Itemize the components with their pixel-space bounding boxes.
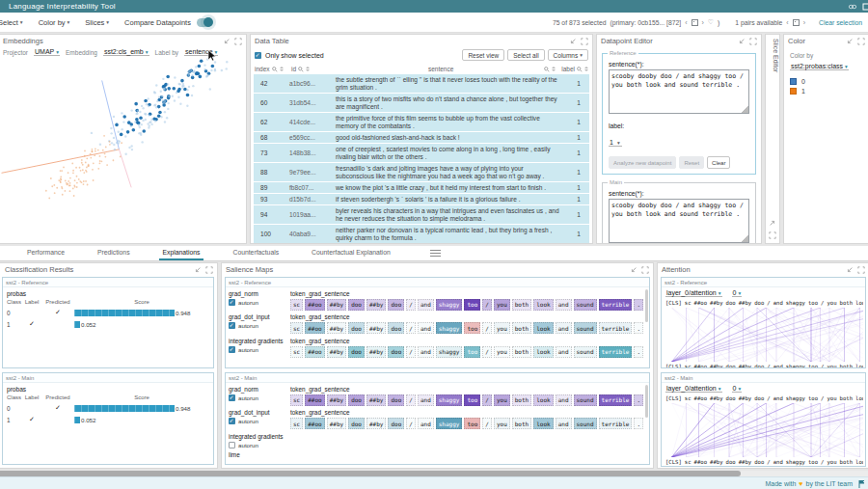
slice-editor-panel[interactable]: Slice Editor [765,34,780,244]
scrollbar-thumb[interactable] [645,385,648,418]
head-select[interactable]: 0▾ [732,385,743,393]
minimize-panel-icon[interactable] [846,266,854,274]
search-icon[interactable] [298,67,304,72]
embedding-select[interactable]: sst2:cls_emb▾ [103,48,149,56]
layout-drag-handle[interactable] [430,250,441,257]
tab-explanations[interactable]: Explanations [159,246,204,260]
embedding-label: Embedding [66,49,97,56]
autorun-checkbox[interactable] [229,299,235,306]
autorun-checkbox[interactable] [229,322,235,329]
legend-label: 1 [801,88,805,95]
chevron-down-icon: ▾ [580,52,583,58]
maximize-panel-icon[interactable] [769,231,776,239]
datapoint [51,185,53,187]
favorite-icon[interactable]: ♡ [708,18,714,26]
sentence-textarea[interactable] [609,199,749,243]
minimize-panel-icon[interactable] [738,38,746,45]
layer-select[interactable]: layer_0/attention▾ [665,289,722,297]
autorun-checkbox[interactable] [229,394,235,401]
projector-select[interactable]: UMAP▾ [34,48,60,56]
clear-selection-link[interactable]: Clear selection [819,19,862,26]
minimize-panel-icon[interactable] [194,266,202,274]
sentence-textarea[interactable] [609,69,749,114]
search-icon[interactable] [272,67,278,72]
table-row[interactable]: 941019aa...byler reveals his characters … [254,205,589,224]
sort-icon[interactable] [306,67,310,71]
datapoint [154,104,156,106]
search-icon[interactable] [577,67,583,72]
clear-button[interactable]: Clear [707,156,730,169]
only-show-selected-checkbox[interactable] [255,52,261,59]
minimize-panel-icon[interactable] [569,38,577,45]
maximize-panel-icon[interactable] [857,266,865,274]
compare-datapoints-toggle[interactable] [197,18,212,27]
tab-performance[interactable]: Performance [23,246,68,260]
sort-icon[interactable] [280,67,284,71]
goto-datapoint-icon[interactable] [692,19,698,26]
columns-button[interactable]: Columns▾ [548,49,588,61]
maximize-panel-icon[interactable] [857,38,865,45]
sort-icon[interactable] [552,67,556,71]
autorun-checkbox[interactable] [229,418,235,424]
color-by-select[interactable]: sst2:probas:class▾ [790,63,849,70]
attention-panel: Attention sst2 - Referencelayer_0/attent… [657,262,868,469]
salience-token: sc [290,394,303,406]
next-datapoint-button[interactable]: › [702,19,704,26]
row-index: 60 [255,99,289,107]
minimize-panel-icon[interactable] [630,266,637,274]
table-row[interactable]: 6031db54...this is a story of two misfit… [254,94,589,112]
tab-predictions[interactable]: Predictions [94,246,134,260]
minimize-panel-icon[interactable] [223,38,231,45]
reset-view-button[interactable]: Reset view [462,49,504,61]
salience-token: doo [388,394,404,406]
table-row[interactable]: 73148b38...one of creepiest , scariest m… [254,144,589,162]
datapoint [154,120,156,122]
analyze-new-datapoint-button[interactable]: Analyze new datapoint [609,156,676,169]
select-menu[interactable]: Select▾ [0,18,23,27]
reset-button[interactable]: Reset [679,156,704,169]
expand-panel-icon[interactable] [769,219,776,227]
col-score: Score [74,299,209,305]
tab-counterfactual-explanation[interactable]: Counterfactual Explanation [308,246,394,260]
next-pair-button[interactable]: › [803,19,805,26]
app-menu-icon[interactable] [862,3,868,11]
color-by-menu[interactable]: Color by▾ [39,18,70,27]
datapoint [81,162,83,164]
layer-select[interactable]: layer_0/attention▾ [665,385,722,393]
prev-pair-button[interactable]: ‹ [786,19,788,26]
table-row[interactable]: 10040aba9...neither parker nor donovan i… [254,225,589,243]
tab-counterfactuals[interactable]: Counterfactuals [229,246,283,260]
table-row[interactable]: 93d15b7d...if steven soderbergh 's ` sol… [254,194,589,204]
label-select[interactable]: 1▾ [609,139,622,147]
table-row[interactable]: 89fb8c07...we know the plot 's a little … [254,182,589,193]
table-row[interactable]: 42a1bc96...the subtle strength of `` ell… [254,74,589,93]
table-row[interactable]: 889e79ee...fresnadillo 's dark and jolti… [254,163,589,181]
table-row[interactable]: 68e569cc...good old-fashioned slash-and-… [254,132,589,143]
head-select[interactable]: 0▾ [732,289,743,297]
datapoint [83,180,85,182]
maximize-panel-icon[interactable] [205,266,213,274]
salience-token: and [418,394,434,406]
select-all-button[interactable]: Select all [507,49,544,61]
prev-datapoint-button[interactable]: ‹ [685,19,687,26]
flag-icon[interactable] [858,480,865,488]
embeddings-scatterplot[interactable] [0,57,244,238]
maximize-panel-icon[interactable] [749,38,757,45]
datapoint [211,65,215,68]
maximize-panel-icon[interactable] [581,38,588,45]
maximize-panel-icon[interactable] [641,266,649,274]
goto-pair-icon[interactable] [793,19,800,26]
datapoint [84,150,86,152]
minimize-panel-icon[interactable] [846,38,854,45]
search-icon[interactable] [544,67,550,72]
slices-menu[interactable]: Slices▾ [85,18,109,27]
label-check: ✓ [22,416,41,423]
share-link-icon[interactable] [849,3,856,11]
autorun-checkbox[interactable] [229,442,235,448]
maximize-panel-icon[interactable] [234,38,242,45]
autorun-checkbox[interactable] [229,346,235,353]
table-row[interactable]: 62414cde...the primitive force of this f… [254,113,589,131]
scrollbar-thumb[interactable] [645,289,648,322]
sort-icon[interactable] [584,67,588,71]
salience-row: grad_dot_inputautoruntoken_grad_sentence… [226,312,649,336]
